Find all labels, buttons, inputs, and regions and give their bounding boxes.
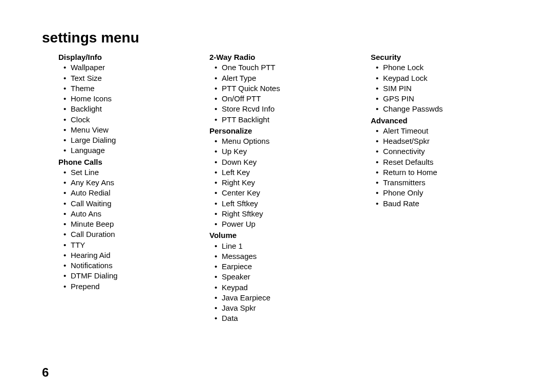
section-heading: Display/Info: [42, 52, 193, 62]
list-item: Set Line: [71, 167, 193, 178]
list-item: Data: [222, 313, 354, 323]
list-item: Phone Only: [383, 188, 508, 198]
list-item: One Touch PTT: [222, 62, 354, 73]
list-item: TTY: [71, 240, 193, 250]
list-item: Line 1: [222, 241, 354, 251]
list-item: Earpiece: [222, 262, 354, 272]
list-item: Right Sftkey: [222, 209, 354, 219]
list-item: Auto Ans: [71, 209, 193, 219]
list-item: SIM PIN: [383, 83, 508, 94]
list-item: Baud Rate: [383, 199, 508, 209]
column: SecurityPhone LockKeypad LockSIM PINGPS …: [354, 52, 508, 325]
list-item: Down Key: [222, 157, 354, 167]
page-number: 6: [42, 365, 49, 380]
list-item: Clock: [71, 115, 193, 125]
list-item: Call Waiting: [71, 199, 193, 209]
list-item: Keypad: [222, 282, 354, 293]
list-item: Home Icons: [71, 94, 193, 104]
section-items: One Touch PTTAlert TypePTT Quick NotesOn…: [193, 62, 354, 125]
section-heading: Personalize: [193, 126, 354, 136]
list-item: Change Passwds: [383, 104, 508, 114]
section-items: WallpaperText SizeThemeHome IconsBacklig…: [42, 62, 193, 156]
list-item: PTT Backlight: [222, 115, 354, 125]
list-item: Menu Options: [222, 136, 354, 146]
list-item: On/Off PTT: [222, 94, 354, 104]
list-item: Right Key: [222, 178, 354, 188]
list-item: Alert Type: [222, 73, 354, 83]
section-heading: 2-Way Radio: [193, 52, 354, 62]
section: Display/InfoWallpaperText SizeThemeHome …: [42, 52, 193, 156]
list-item: Keypad Lock: [383, 73, 508, 83]
list-item: Text Size: [71, 73, 193, 83]
list-item: Theme: [71, 83, 193, 94]
list-item: Menu View: [71, 125, 193, 135]
section: PersonalizeMenu OptionsUp KeyDown KeyLef…: [193, 126, 354, 230]
list-item: Headset/Spkr: [383, 136, 508, 146]
list-item: Left Key: [222, 167, 354, 178]
list-item: GPS PIN: [383, 94, 508, 104]
section: VolumeLine 1MessagesEarpieceSpeakerKeypa…: [193, 230, 354, 323]
list-item: Call Duration: [71, 229, 193, 239]
section-items: Line 1MessagesEarpieceSpeakerKeypadJava …: [193, 241, 354, 324]
columns-container: Display/InfoWallpaperText SizeThemeHome …: [42, 52, 553, 325]
list-item: Minute Beep: [71, 219, 193, 229]
section-heading: Phone Calls: [42, 157, 193, 167]
page-title: settings menu: [42, 30, 553, 46]
list-item: Center Key: [222, 188, 354, 198]
list-item: Phone Lock: [383, 62, 508, 73]
list-item: Reset Defaults: [383, 157, 508, 167]
section-heading: Security: [354, 52, 508, 62]
section-items: Set LineAny Key AnsAuto RedialCall Waiti…: [42, 167, 193, 292]
list-item: Alert Timeout: [383, 126, 508, 136]
list-item: Return to Home: [383, 167, 508, 178]
list-item: Left Sftkey: [222, 199, 354, 209]
list-item: Language: [71, 145, 193, 156]
section: AdvancedAlert TimeoutHeadset/SpkrConnect…: [354, 116, 508, 209]
section-heading: Advanced: [354, 116, 508, 126]
list-item: Up Key: [222, 146, 354, 157]
list-item: DTMF Dialing: [71, 271, 193, 281]
list-item: Power Up: [222, 219, 354, 229]
section: Phone CallsSet LineAny Key AnsAuto Redia…: [42, 157, 193, 292]
list-item: Backlight: [71, 104, 193, 114]
list-item: Messages: [222, 251, 354, 262]
list-item: Wallpaper: [71, 62, 193, 73]
column: Display/InfoWallpaperText SizeThemeHome …: [42, 52, 193, 325]
column: 2-Way RadioOne Touch PTTAlert TypePTT Qu…: [193, 52, 354, 325]
list-item: Store Rcvd Info: [222, 104, 354, 114]
section: 2-Way RadioOne Touch PTTAlert TypePTT Qu…: [193, 52, 354, 125]
section-heading: Volume: [193, 230, 354, 241]
list-item: Java Spkr: [222, 303, 354, 313]
list-item: Java Earpiece: [222, 293, 354, 303]
section: SecurityPhone LockKeypad LockSIM PINGPS …: [354, 52, 508, 115]
list-item: Prepend: [71, 281, 193, 292]
list-item: Auto Redial: [71, 188, 193, 198]
section-items: Phone LockKeypad LockSIM PINGPS PINChang…: [354, 62, 508, 114]
list-item: PTT Quick Notes: [222, 83, 354, 94]
list-item: Connectivity: [383, 146, 508, 157]
list-item: Any Key Ans: [71, 178, 193, 188]
list-item: Hearing Aid: [71, 250, 193, 260]
list-item: Transmitters: [383, 178, 508, 188]
section-items: Menu OptionsUp KeyDown KeyLeft KeyRight …: [193, 136, 354, 229]
page-container: settings menu Display/InfoWallpaperText …: [0, 0, 553, 392]
list-item: Large Dialing: [71, 135, 193, 145]
section-items: Alert TimeoutHeadset/SpkrConnectivityRes…: [354, 126, 508, 209]
list-item: Notifications: [71, 260, 193, 271]
list-item: Speaker: [222, 272, 354, 282]
